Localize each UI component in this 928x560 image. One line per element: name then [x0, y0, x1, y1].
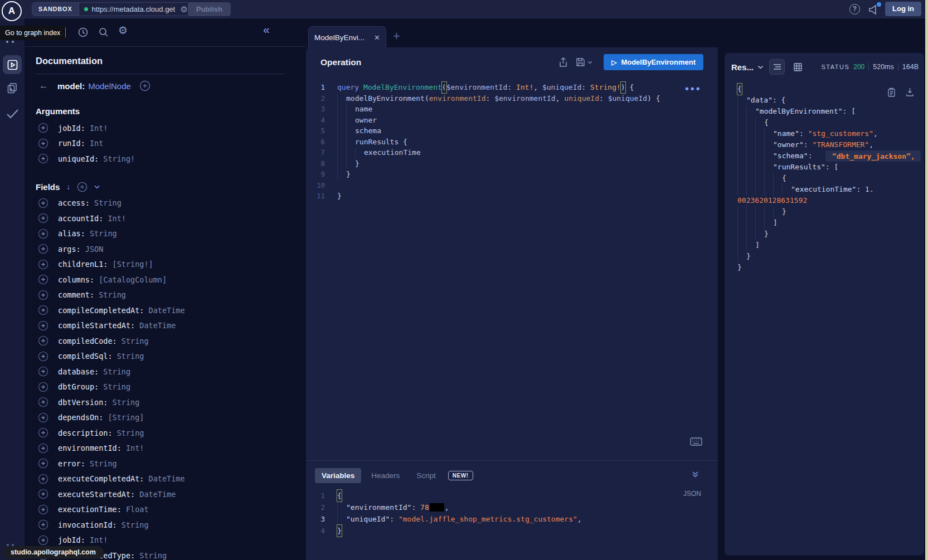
- field-row[interactable]: executionTime: Float: [38, 502, 306, 518]
- code-line[interactable]: 4}: [306, 525, 718, 537]
- doc-type-name[interactable]: ModelNode: [88, 81, 131, 91]
- response-json[interactable]: {"data": {"modelByEnvironment": [{"name"…: [725, 84, 924, 273]
- add-field-icon: [38, 397, 48, 407]
- login-button[interactable]: Log in: [885, 2, 921, 16]
- save-icon[interactable]: [576, 57, 585, 67]
- field-row[interactable]: alias: String: [38, 226, 306, 242]
- field-row[interactable]: error: String: [38, 456, 306, 471]
- help-icon[interactable]: ?: [849, 4, 860, 14]
- field-row[interactable]: dbtGroup: String: [38, 379, 306, 395]
- field-row[interactable]: dependsOn: [String]: [38, 410, 306, 426]
- code-line[interactable]: {: [737, 117, 924, 128]
- field-row[interactable]: childrenL1: [String!]: [38, 257, 306, 272]
- code-line[interactable]: "schema": “dbt_mary_jackson”,: [737, 150, 924, 162]
- keyboard-shortcuts-icon[interactable]: [690, 437, 702, 446]
- field-row[interactable]: comment: String: [38, 288, 306, 303]
- code-line[interactable]: "executionTime": 1.: [737, 184, 924, 195]
- response-dropdown-chevron-icon[interactable]: [757, 65, 764, 69]
- endpoint-url-input[interactable]: https://metadata.cloud.get: [92, 5, 177, 13]
- code-line[interactable]: 2"environmentId": 78,: [306, 501, 718, 513]
- tab-variables[interactable]: Variables: [315, 468, 361, 483]
- field-row[interactable]: compiledSql: String: [38, 349, 306, 364]
- variables-editor[interactable]: 1{2"environmentId": 78,3"uniqueId": "mod…: [306, 490, 718, 537]
- download-response-icon[interactable]: [906, 87, 914, 96]
- code-line[interactable]: 1{: [306, 490, 718, 501]
- code-line[interactable]: "owner": "TRANSFORMER",: [737, 139, 924, 150]
- code-line[interactable]: 0023620128631592: [737, 195, 924, 206]
- field-row[interactable]: executeCompletedAt: DateTime: [38, 471, 306, 487]
- field-row[interactable]: database: String: [38, 364, 306, 379]
- code-line[interactable]: }: [737, 262, 924, 273]
- field-row[interactable]: access: String: [38, 196, 306, 211]
- collapse-variables-icon[interactable]: [692, 471, 699, 478]
- sidebar-item-checks[interactable]: [6, 109, 19, 119]
- code-line[interactable]: }: [737, 206, 924, 217]
- field-row[interactable]: accountId: Int!: [38, 211, 306, 226]
- field-row[interactable]: args: JSON: [38, 241, 306, 257]
- field-row[interactable]: invocationId: String: [38, 517, 306, 533]
- back-arrow-icon[interactable]: ←: [39, 80, 48, 91]
- field-row[interactable]: columns: [CatalogColumn]: [38, 272, 306, 288]
- code-line[interactable]: {: [737, 173, 924, 184]
- settings-gear-icon[interactable]: ⚙: [118, 25, 128, 36]
- code-line[interactable]: 11}: [306, 191, 718, 202]
- code-line[interactable]: 4owner: [306, 115, 718, 126]
- publish-button[interactable]: Publish: [188, 2, 231, 16]
- add-all-fields-icon[interactable]: [77, 182, 88, 192]
- code-line[interactable]: "name": "stg_customers",: [737, 128, 924, 139]
- field-row[interactable]: executeStartedAt: DateTime: [38, 486, 306, 502]
- copy-response-icon[interactable]: [887, 87, 896, 97]
- tab-headers[interactable]: Headers: [365, 468, 406, 483]
- field-row[interactable]: jobId: Int!: [38, 533, 306, 548]
- add-field-icon: [38, 259, 48, 270]
- field-row[interactable]: compileStartedAt: DateTime: [38, 318, 306, 334]
- save-dropdown-chevron-icon[interactable]: [587, 61, 592, 64]
- tab-script[interactable]: Script: [410, 468, 443, 483]
- sidebar-item-schema-docs[interactable]: [6, 82, 18, 94]
- code-line[interactable]: 7executionTime: [306, 147, 718, 158]
- code-line[interactable]: }: [737, 251, 924, 262]
- sort-icon[interactable]: ↓: [66, 182, 70, 191]
- list-view-button[interactable]: [770, 60, 784, 74]
- field-row[interactable]: description: String: [38, 425, 306, 441]
- collapse-panel-icon[interactable]: «: [263, 23, 270, 36]
- code-line[interactable]: 8}: [306, 158, 718, 169]
- code-line[interactable]: 5schema: [306, 125, 718, 137]
- table-view-button[interactable]: [790, 60, 805, 74]
- code-line[interactable]: 6runResults {: [306, 137, 718, 148]
- new-tab-button[interactable]: +: [393, 29, 400, 43]
- code-line[interactable]: 10: [306, 180, 718, 191]
- code-line[interactable]: ]: [737, 217, 924, 228]
- code-line[interactable]: 2modelByEnvironment(environmentId: $envi…: [306, 93, 718, 104]
- code-line[interactable]: "runResults": [: [737, 162, 924, 173]
- share-icon[interactable]: [558, 57, 568, 67]
- run-operation-button[interactable]: ▷ ModelByEnvironment: [604, 54, 703, 70]
- code-line[interactable]: ]: [737, 240, 924, 251]
- code-line[interactable]: 1query ModelByEnvironment($environmentId…: [306, 82, 718, 93]
- response-title[interactable]: Res...: [731, 62, 754, 72]
- field-row[interactable]: environmentId: Int!: [38, 441, 306, 456]
- search-icon[interactable]: [98, 27, 109, 38]
- sidebar-item-explorer[interactable]: [3, 55, 22, 74]
- chevron-down-icon[interactable]: [94, 185, 100, 189]
- apollo-logo[interactable]: A: [2, 1, 22, 21]
- field-row[interactable]: dbtVersion: String: [38, 395, 306, 410]
- query-editor[interactable]: 1query ModelByEnvironment($environmentId…: [306, 82, 718, 202]
- field-row[interactable]: jobId: Int!: [38, 120, 306, 136]
- code-line[interactable]: 9}: [306, 169, 718, 180]
- connection-settings-icon[interactable]: ⚙: [181, 5, 188, 13]
- field-row[interactable]: runId: Int: [38, 136, 306, 152]
- field-row[interactable]: compileCompletedAt: DateTime: [38, 303, 306, 318]
- close-tab-icon[interactable]: ✕: [374, 33, 380, 42]
- code-line[interactable]: }: [737, 228, 924, 240]
- code-line[interactable]: "modelByEnvironment": [: [737, 106, 924, 117]
- code-line[interactable]: 3name: [306, 104, 718, 115]
- code-line[interactable]: 3"uniqueId": "model.jaffle_shop_metrics.…: [306, 513, 718, 525]
- field-row[interactable]: uniqueId: String!: [38, 151, 306, 167]
- history-icon[interactable]: [77, 27, 89, 38]
- graph-index-icon[interactable]: [6, 41, 14, 43]
- field-row[interactable]: compiledCode: String: [38, 333, 306, 349]
- tab-operation[interactable]: ModelByEnvi... ✕: [308, 26, 386, 48]
- add-type-icon[interactable]: [139, 80, 150, 91]
- editor-options-icon[interactable]: ●●●: [684, 84, 701, 92]
